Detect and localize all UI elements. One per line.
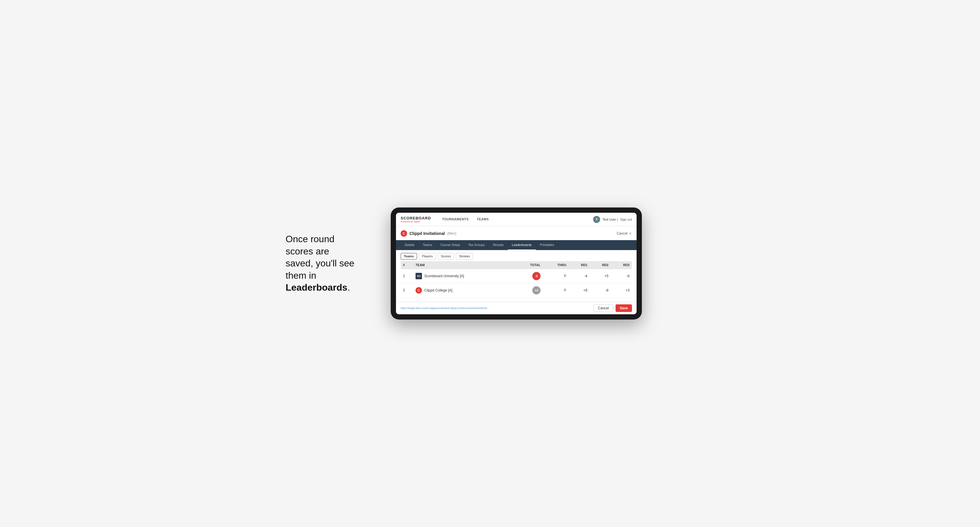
tab-teams[interactable]: Teams: [419, 240, 436, 250]
thru-cell: F: [543, 283, 568, 298]
avatar: S: [593, 216, 600, 223]
user-name: Test User |: [603, 218, 617, 221]
filter-row: Teams Players Scores Strokes: [401, 250, 632, 261]
filter-teams-button[interactable]: Teams: [401, 253, 417, 259]
footer-actions: Cancel Save: [593, 304, 632, 312]
thru-cell: F: [543, 269, 568, 283]
logo-title: SCOREBOARD: [401, 216, 431, 220]
team-cell: SU Scoreboard University [A]: [413, 269, 514, 283]
filter-strokes-button[interactable]: Strokes: [456, 253, 473, 259]
nav-teams[interactable]: TEAMS: [473, 213, 493, 226]
rd1-cell: +8: [568, 283, 590, 298]
col-thru: THRU: [543, 261, 568, 269]
rd2-cell: -8: [590, 283, 611, 298]
score-badge: +3: [532, 286, 541, 294]
nav-right: S Test User | Sign out: [593, 216, 632, 223]
col-rd1: RD1: [568, 261, 590, 269]
footer-bar: https://stage-blue-coach.stagescoreboard…: [396, 302, 636, 314]
total-cell: +3: [514, 283, 543, 298]
filter-scores-button[interactable]: Scores: [438, 253, 454, 259]
rank-cell: 1: [401, 269, 413, 283]
content-area: C Clippd Invitational (Men) Cancel ✕ Det…: [396, 226, 636, 302]
filter-players-button[interactable]: Players: [419, 253, 436, 259]
tab-leaderboards[interactable]: Leaderboards: [508, 240, 536, 250]
nav-tournaments[interactable]: TOURNAMENTS: [438, 213, 473, 226]
tablet-device: SCOREBOARD Powered by clippd TOURNAMENTS…: [391, 208, 642, 319]
team-logo: C: [415, 287, 422, 294]
footer-url: https://stage-blue-coach.stagescoreboard…: [401, 307, 487, 310]
total-cell: -5: [514, 269, 543, 283]
save-button[interactable]: Save: [616, 304, 632, 312]
app-logo: SCOREBOARD Powered by clippd: [401, 216, 431, 223]
logo-sub: Powered by clippd: [401, 220, 431, 223]
tournament-gender: (Men): [447, 232, 456, 235]
team-name: Clippd College [A]: [424, 288, 452, 292]
sub-nav: Details Teams Course Setup Tee Groups Re…: [396, 240, 636, 250]
tab-tee-groups[interactable]: Tee Groups: [464, 240, 489, 250]
tab-printables[interactable]: Printables: [536, 240, 558, 250]
tournament-title-row: C Clippd Invitational (Men): [401, 230, 457, 237]
rd1-cell: -4: [568, 269, 590, 283]
team-logo: SU: [415, 273, 422, 279]
rd2-cell: +5: [590, 269, 611, 283]
team-name: Scoreboard University [A]: [424, 274, 464, 278]
rank-cell: 2: [401, 283, 413, 298]
table-row: 1 SU Scoreboard University [A] -5 F: [401, 269, 632, 283]
tab-course-setup[interactable]: Course Setup: [436, 240, 464, 250]
sign-out-link[interactable]: Sign out: [620, 218, 632, 221]
leaderboard-table: # TEAM TOTAL THRU RD1 RD2 RD3 1: [401, 261, 632, 298]
tournament-header: C Clippd Invitational (Men) Cancel ✕: [401, 230, 632, 237]
tournament-name: Clippd Invitational: [409, 231, 445, 236]
left-description: Once round scores are saved, you'll see …: [286, 233, 368, 294]
tournament-icon: C: [401, 230, 407, 237]
nav-links: TOURNAMENTS TEAMS: [438, 213, 593, 226]
rd3-cell: -6: [611, 269, 632, 283]
cancel-tournament-button[interactable]: Cancel ✕: [617, 232, 632, 236]
nav-bar: SCOREBOARD Powered by clippd TOURNAMENTS…: [396, 213, 636, 226]
table-row: 2 C Clippd College [A] +3 F: [401, 283, 632, 298]
team-cell: C Clippd College [A]: [413, 283, 514, 298]
col-rank: #: [401, 261, 413, 269]
rd3-cell: +3: [611, 283, 632, 298]
tab-details[interactable]: Details: [401, 240, 419, 250]
col-total: TOTAL: [514, 261, 543, 269]
tablet-screen: SCOREBOARD Powered by clippd TOURNAMENTS…: [396, 213, 636, 314]
score-badge: -5: [532, 272, 541, 280]
col-rd2: RD2: [590, 261, 611, 269]
cancel-button[interactable]: Cancel: [593, 304, 613, 312]
col-team: TEAM: [413, 261, 514, 269]
tab-results[interactable]: Results: [489, 240, 508, 250]
col-rd3: RD3: [611, 261, 632, 269]
